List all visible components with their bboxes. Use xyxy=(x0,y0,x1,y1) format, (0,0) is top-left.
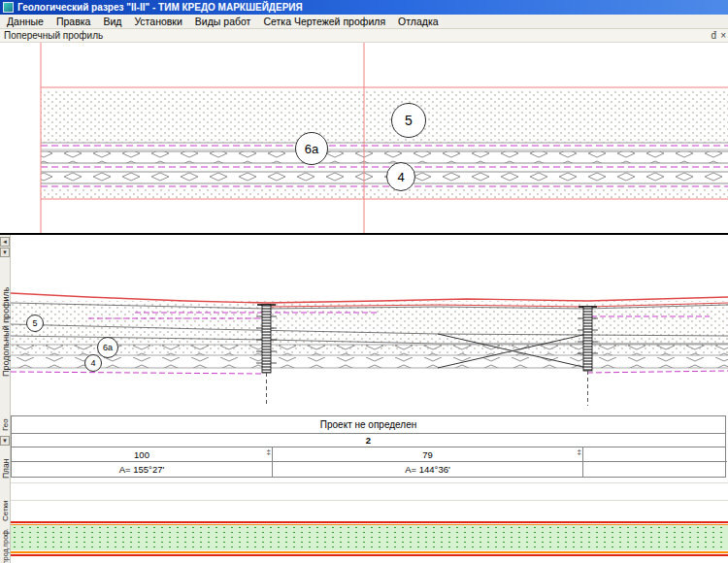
collapse-down-icon[interactable]: ▼ xyxy=(0,248,10,257)
plan-distance-value: 79 xyxy=(422,449,433,460)
menu-debug[interactable]: Отладка xyxy=(398,16,439,27)
project-status-text: Проект не определен xyxy=(320,419,416,430)
tab-geo[interactable]: Гео xyxy=(0,415,11,435)
plan-grid: 100 ‡ A= 155°27' 79 ‡ A= 144°36' xyxy=(11,447,726,478)
grid-divider xyxy=(11,500,728,501)
close-icon[interactable]: × xyxy=(720,31,726,41)
bottom-rail: Гео ▼ План Сетки прод.проф. xyxy=(0,415,11,563)
menu-view[interactable]: Вид xyxy=(103,16,121,27)
panel-title: Поперечный профиль xyxy=(4,30,103,41)
long-profile-canvas[interactable] xyxy=(11,235,728,415)
plan-collapse-icon[interactable]: ▼ xyxy=(0,436,10,446)
app-icon xyxy=(3,2,14,13)
soil-label-6a-long: 6а xyxy=(97,337,118,358)
plan-angle-cell[interactable] xyxy=(583,462,727,477)
window-title: Геологический разрез "II-II" - ТИМ КРЕДО… xyxy=(17,2,303,13)
plan-angle-cell[interactable]: A= 144°36' xyxy=(273,462,582,477)
collapse-left-icon[interactable]: ◄ xyxy=(0,237,10,247)
cross-profile-panel-header: Поперечный профиль đ × xyxy=(0,29,728,43)
tab-long-profile[interactable]: Продольный профиль xyxy=(0,264,11,400)
plan-header-row[interactable]: 2 xyxy=(11,434,726,447)
station-mark-icon: ‡ xyxy=(267,447,271,457)
plan-distance-value: 100 xyxy=(134,449,149,460)
plan-distance-cell[interactable]: 100 ‡ xyxy=(12,447,272,462)
long-profile-panel: ◄ ▼ Продольный профиль xyxy=(0,233,728,415)
long-profile-rail: ◄ ▼ Продольный профиль xyxy=(0,235,11,415)
menu-bar: Данные Правка Вид Установки Виды работ С… xyxy=(0,15,728,29)
band-red-top-line xyxy=(11,521,728,523)
menu-profile-drawing-grid[interactable]: Сетка Чертежей профиля xyxy=(263,16,385,27)
plan-column-3 xyxy=(583,447,727,477)
plan-column-1: 100 ‡ A= 155°27' xyxy=(12,447,273,477)
plan-row-value: 2 xyxy=(366,435,371,446)
band-green-dotted xyxy=(11,525,728,550)
title-bar[interactable]: Геологический разрез "II-II" - ТИМ КРЕДО… xyxy=(0,0,728,15)
band-red-bottom-line xyxy=(11,554,728,556)
plan-distance-cell[interactable] xyxy=(583,447,727,462)
soil-label-6a: 6а xyxy=(295,132,328,165)
soil-label-4-long: 4 xyxy=(84,354,102,372)
plan-angle-value: A= 144°36' xyxy=(405,464,450,475)
tab-grids[interactable]: Сетки xyxy=(0,491,11,530)
menu-edit[interactable]: Правка xyxy=(56,16,90,27)
soil-label-5-long: 5 xyxy=(26,315,44,332)
project-status-row: Проект не определен xyxy=(11,415,726,434)
plan-distance-cell[interactable]: 79 ‡ xyxy=(273,447,582,462)
panel-controls: đ × xyxy=(711,29,726,43)
plan-angle-value: A= 155°27' xyxy=(119,464,165,475)
plan-column-2: 79 ‡ A= 144°36' xyxy=(273,447,583,477)
menu-settings[interactable]: Установки xyxy=(134,16,182,27)
cross-profile-drawing xyxy=(0,43,728,233)
grid-divider xyxy=(11,482,728,483)
station-mark-icon: ‡ xyxy=(578,447,581,457)
plan-angle-cell[interactable]: A= 155°27' xyxy=(12,462,272,477)
tab-prod-prof[interactable]: прод.проф. xyxy=(0,530,11,563)
menu-data[interactable]: Данные xyxy=(7,16,44,27)
pin-icon[interactable]: đ xyxy=(711,31,717,41)
cross-profile-canvas[interactable]: 6а 5 4 xyxy=(0,43,728,233)
soil-label-5: 5 xyxy=(391,103,426,138)
soil-label-4: 4 xyxy=(386,162,415,191)
tab-plan[interactable]: План xyxy=(0,447,11,491)
band-orange-bottom-line xyxy=(11,551,728,553)
menu-work-types[interactable]: Виды работ xyxy=(195,16,251,27)
